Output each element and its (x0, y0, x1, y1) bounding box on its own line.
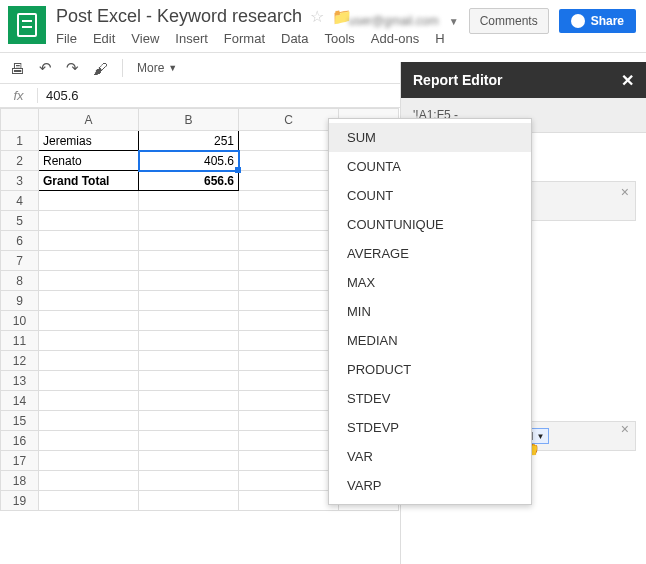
row-header[interactable]: 2 (1, 151, 39, 171)
more-button[interactable]: More ▼ (137, 61, 177, 75)
cell[interactable] (139, 271, 239, 291)
menu-item-view[interactable]: View (131, 31, 159, 46)
menu-item-file[interactable]: File (56, 31, 77, 46)
row-header[interactable]: 15 (1, 411, 39, 431)
cell[interactable] (239, 371, 339, 391)
dropdown-item-countunique[interactable]: COUNTUNIQUE (329, 210, 531, 239)
cell[interactable] (139, 371, 239, 391)
comments-button[interactable]: Comments (469, 8, 549, 34)
redo-icon[interactable]: ↷ (66, 59, 79, 77)
cell[interactable] (239, 431, 339, 451)
cell[interactable] (239, 251, 339, 271)
cell[interactable] (139, 351, 239, 371)
row-header[interactable]: 3 (1, 171, 39, 191)
row-header[interactable]: 10 (1, 311, 39, 331)
col-header-c[interactable]: C (239, 109, 339, 131)
menu-item-edit[interactable]: Edit (93, 31, 115, 46)
cell[interactable] (39, 491, 139, 511)
cell[interactable] (39, 271, 139, 291)
cell[interactable] (239, 171, 339, 191)
menu-item-data[interactable]: Data (281, 31, 308, 46)
menu-item-format[interactable]: Format (224, 31, 265, 46)
cell[interactable] (239, 231, 339, 251)
cell[interactable] (239, 151, 339, 171)
dropdown-item-max[interactable]: MAX (329, 268, 531, 297)
row-header[interactable]: 9 (1, 291, 39, 311)
cell[interactable] (139, 471, 239, 491)
col-header-a[interactable]: A (39, 109, 139, 131)
cell[interactable] (39, 251, 139, 271)
row-header[interactable]: 4 (1, 191, 39, 211)
dropdown-item-stdev[interactable]: STDEV (329, 384, 531, 413)
row-header[interactable]: 1 (1, 131, 39, 151)
cell[interactable] (239, 271, 339, 291)
cell[interactable] (239, 331, 339, 351)
cell[interactable] (139, 291, 239, 311)
cell[interactable]: Grand Total (39, 171, 139, 191)
cell[interactable] (239, 411, 339, 431)
row-header[interactable]: 11 (1, 331, 39, 351)
share-button[interactable]: Share (559, 9, 636, 33)
cell[interactable] (39, 231, 139, 251)
cell[interactable]: 405.6 (139, 151, 239, 171)
row-header[interactable]: 16 (1, 431, 39, 451)
cell[interactable] (39, 451, 139, 471)
cell[interactable] (139, 191, 239, 211)
row-header[interactable]: 5 (1, 211, 39, 231)
cell[interactable] (239, 451, 339, 471)
cell[interactable] (139, 251, 239, 271)
dropdown-item-median[interactable]: MEDIAN (329, 326, 531, 355)
dropdown-item-sum[interactable]: SUM (329, 123, 531, 152)
cell[interactable] (239, 311, 339, 331)
row-header[interactable]: 19 (1, 491, 39, 511)
cell[interactable]: 251 (139, 131, 239, 151)
cell[interactable] (39, 471, 139, 491)
dropdown-item-stdevp[interactable]: STDEVP (329, 413, 531, 442)
dropdown-item-count[interactable]: COUNT (329, 181, 531, 210)
account-label[interactable]: user@gmail.com (349, 14, 439, 28)
cell[interactable] (239, 291, 339, 311)
dropdown-item-min[interactable]: MIN (329, 297, 531, 326)
cell[interactable] (139, 391, 239, 411)
cell[interactable] (239, 131, 339, 151)
cell[interactable] (239, 351, 339, 371)
row-header[interactable]: 6 (1, 231, 39, 251)
cell[interactable] (39, 391, 139, 411)
select-all-corner[interactable] (1, 109, 39, 131)
cell[interactable] (39, 411, 139, 431)
dropdown-item-var[interactable]: VAR (329, 442, 531, 471)
print-icon[interactable]: 🖶 (10, 60, 25, 77)
row-header[interactable]: 18 (1, 471, 39, 491)
row-header[interactable]: 7 (1, 251, 39, 271)
cell[interactable] (139, 211, 239, 231)
dropdown-item-varp[interactable]: VARP (329, 471, 531, 500)
col-header-b[interactable]: B (139, 109, 239, 131)
star-icon[interactable]: ☆ (310, 7, 324, 26)
close-icon[interactable]: × (621, 184, 629, 200)
cell[interactable] (39, 311, 139, 331)
paint-format-icon[interactable]: 🖌 (93, 60, 108, 77)
cell[interactable] (39, 431, 139, 451)
doc-title[interactable]: Post Excel - Keyword research (56, 6, 302, 27)
cell[interactable] (139, 411, 239, 431)
cell[interactable] (139, 491, 239, 511)
cell[interactable] (239, 211, 339, 231)
row-header[interactable]: 13 (1, 371, 39, 391)
close-icon[interactable]: × (621, 421, 629, 437)
cell[interactable] (39, 211, 139, 231)
dropdown-item-product[interactable]: PRODUCT (329, 355, 531, 384)
cell[interactable]: 656.6 (139, 171, 239, 191)
cell[interactable] (239, 391, 339, 411)
cell[interactable] (139, 311, 239, 331)
undo-icon[interactable]: ↶ (39, 59, 52, 77)
cell[interactable]: Jeremias (39, 131, 139, 151)
row-header[interactable]: 12 (1, 351, 39, 371)
menu-item-insert[interactable]: Insert (175, 31, 208, 46)
cell[interactable] (239, 471, 339, 491)
cell[interactable] (139, 451, 239, 471)
cell[interactable]: Renato (39, 151, 139, 171)
cell[interactable] (39, 371, 139, 391)
cell[interactable] (139, 431, 239, 451)
cell[interactable] (239, 191, 339, 211)
cell[interactable] (39, 351, 139, 371)
